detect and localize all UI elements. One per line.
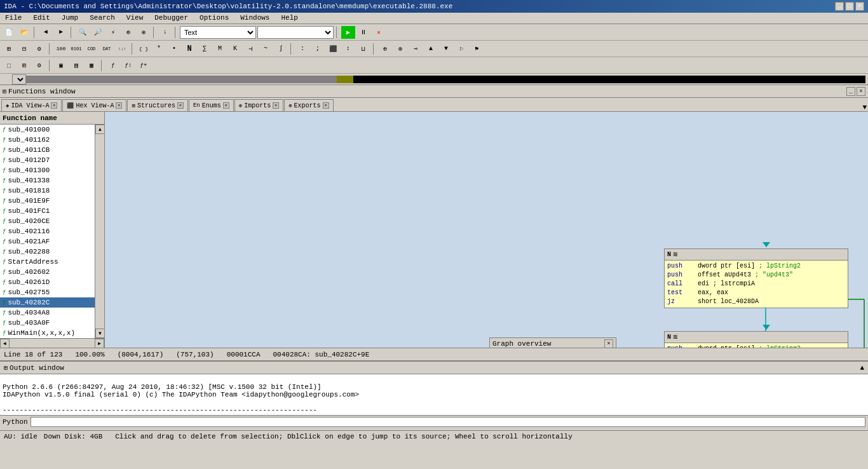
tb2-15[interactable]: ⊣ (243, 43, 257, 55)
tb2-9[interactable]: { } (137, 43, 151, 55)
fn-item-2[interactable]: ƒsub_4011CB (0, 145, 95, 155)
tb2-13[interactable]: M (213, 43, 227, 55)
fn-hscroll-right[interactable]: ► (95, 339, 104, 348)
tab-imports-close[interactable]: × (273, 102, 279, 109)
tab-exports[interactable]: ⊗ Exports × (284, 99, 333, 111)
fn-item-17[interactable]: ƒsub_40282C (0, 297, 95, 308)
maximize-button[interactable]: □ (845, 2, 854, 11)
fn-hscrollbar[interactable]: ◄ ► (0, 338, 104, 348)
address-select[interactable] (257, 26, 334, 39)
fn-hscroll-left[interactable]: ◄ (0, 339, 10, 348)
fn-scroll-track[interactable] (95, 134, 104, 329)
fn-item-6[interactable]: ƒsub_401818 (0, 186, 95, 196)
fn-scroll-up[interactable]: ▲ (95, 125, 104, 134)
tb3-6[interactable]: ▦ (85, 59, 98, 72)
tb2-28[interactable]: ⚐ (454, 43, 468, 55)
panel-minimize[interactable]: _ (846, 87, 855, 96)
find2-button[interactable]: 🔎 (91, 26, 105, 39)
tb2-20[interactable]: ⬛ (326, 43, 340, 55)
tb2-14[interactable]: K (228, 43, 242, 55)
fn-scrollbar[interactable]: ▲ ▼ (95, 125, 104, 338)
fn-item-0[interactable]: ƒsub_401000 (0, 125, 95, 135)
fn-item-12[interactable]: ƒsub_402288 (0, 247, 95, 257)
tab-enums[interactable]: En Enums × (189, 99, 234, 111)
menu-debugger[interactable]: Debugger (152, 14, 191, 22)
tb2-24[interactable]: ⊗ (393, 43, 407, 55)
fn-item-7[interactable]: ƒsub_401E9F (0, 196, 95, 206)
tb2-26[interactable]: ▲ (424, 43, 438, 55)
tb2-10[interactable]: * (152, 43, 166, 55)
tb2-22[interactable]: ⊔ (356, 43, 370, 55)
find5-button[interactable]: ⊗ (137, 26, 151, 39)
menu-view[interactable]: View (124, 14, 146, 22)
fn-item-16[interactable]: ƒsub_402755 (0, 287, 95, 297)
tab-enums-close[interactable]: × (223, 102, 229, 109)
segment-select[interactable] (12, 74, 26, 85)
tb2-3[interactable]: ⚙ (32, 43, 46, 55)
view-type-select[interactable]: Text (180, 26, 256, 39)
tb2-11[interactable]: • (167, 43, 181, 55)
fn-item-1[interactable]: ƒsub_401162 (0, 135, 95, 145)
tb2-12[interactable]: ∑ (198, 43, 212, 55)
tb3-fn2[interactable]: ƒ↕ (121, 59, 135, 72)
output-expand[interactable]: ▲ (860, 364, 864, 372)
tab-hex-view[interactable]: ⬛ Hex View-A × (62, 99, 126, 111)
fn-item-5[interactable]: ƒsub_401338 (0, 175, 95, 186)
tb2-6[interactable]: COD (85, 43, 98, 55)
forward-button[interactable]: ► (54, 26, 68, 39)
fn-item-11[interactable]: ƒsub_4021AF (0, 236, 95, 247)
close-button[interactable]: × (855, 2, 864, 11)
fn-item-8[interactable]: ƒsub_401FC1 (0, 206, 95, 216)
menu-edit[interactable]: Edit (31, 14, 52, 22)
find4-button[interactable]: ⊕ (121, 26, 135, 39)
tb2-23[interactable]: ⊕ (378, 43, 392, 55)
fn-item-18[interactable]: ƒsub_4034A8 (0, 308, 95, 318)
tb2-4[interactable]: 100 (54, 43, 68, 55)
fn-item-3[interactable]: ƒsub_4012D7 (0, 155, 95, 165)
tb3-1[interactable]: ⬚ (2, 59, 16, 72)
tb2-17[interactable]: ∫ (274, 43, 288, 55)
fn-scroll-down[interactable]: ▼ (95, 329, 104, 338)
tb2-16[interactable]: ~ (259, 43, 273, 55)
tab-ida-view-close[interactable]: × (51, 102, 57, 109)
tab-hex-view-close[interactable]: × (116, 102, 122, 109)
menu-windows[interactable]: Windows (238, 14, 272, 22)
tb3-3[interactable]: ⚙ (32, 59, 46, 72)
back-button[interactable]: ◄ (39, 26, 53, 39)
menu-search[interactable]: Search (87, 14, 118, 22)
find-button[interactable]: 🔍 (76, 26, 90, 39)
tb2-8[interactable]: ↑↓↑ (115, 43, 129, 55)
tb3-fn[interactable]: ƒ (106, 59, 120, 72)
menu-file[interactable]: File (3, 14, 24, 22)
stop-button[interactable]: ✕ (372, 26, 386, 39)
fn-item-20[interactable]: ƒWinMain(x,x,x,x) (0, 328, 95, 338)
fn-item-13[interactable]: ƒStartAddress (0, 257, 95, 267)
tb2-29[interactable]: ⚑ (470, 43, 484, 55)
tb3-fn3[interactable]: ƒ+ (137, 59, 151, 72)
panel-close[interactable]: × (857, 87, 865, 96)
tb2-27[interactable]: ▼ (439, 43, 453, 55)
tab-structures[interactable]: ⊞ Structures × (127, 99, 187, 111)
tb2-2[interactable]: ⊟ (17, 43, 31, 55)
fn-item-10[interactable]: ƒsub_402116 (0, 226, 95, 236)
tb2-N[interactable]: N (182, 43, 196, 55)
tab-ida-view[interactable]: ◈ IDA View-A × (1, 99, 62, 111)
find3-button[interactable]: ⚡ (106, 26, 120, 39)
tb3-4[interactable]: ▣ (54, 59, 68, 72)
new-button[interactable]: 📄 (2, 26, 16, 39)
tb2-18[interactable]: : (295, 43, 309, 55)
fn-item-19[interactable]: ƒsub_403A0F (0, 318, 95, 328)
tab-structures-close[interactable]: × (177, 102, 184, 109)
tab-imports[interactable]: ⊕ Imports × (234, 99, 283, 111)
tb2-19[interactable]: ; (311, 43, 325, 55)
fn-item-14[interactable]: ƒsub_402602 (0, 267, 95, 277)
tab-exports-close[interactable]: × (323, 102, 329, 109)
tb2-5[interactable]: 0101 (69, 43, 83, 55)
tb3-2[interactable]: ⊞ (17, 59, 31, 72)
tb2-1[interactable]: ⊞ (2, 43, 16, 55)
tb2-25[interactable]: ⊸ (409, 43, 423, 55)
tb3-5[interactable]: ▤ (69, 59, 83, 72)
tb2-7[interactable]: DAT (100, 43, 114, 55)
tab-expand-button[interactable]: ▼ (862, 104, 867, 111)
menu-help[interactable]: Help (278, 14, 300, 22)
